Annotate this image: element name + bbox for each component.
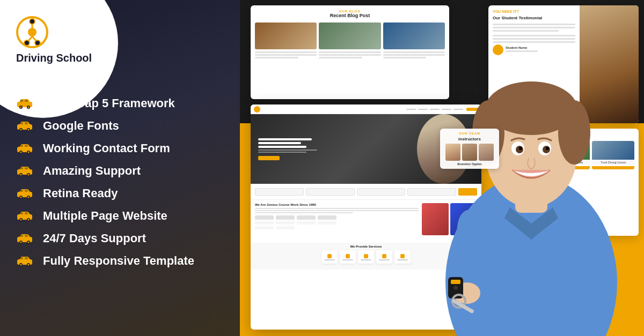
blog-image-2 bbox=[319, 23, 380, 49]
svg-rect-52 bbox=[25, 235, 28, 237]
car-icon bbox=[16, 121, 33, 131]
svg-rect-15 bbox=[17, 124, 32, 130]
blog-text-2 bbox=[319, 51, 380, 59]
svg-rect-37 bbox=[20, 190, 23, 192]
instructors-badge: OUR TEAM instructors Brandon Ogden bbox=[440, 129, 499, 169]
svg-rect-30 bbox=[20, 167, 23, 169]
feature-item-retina: Retina Ready bbox=[16, 186, 224, 200]
feature-label: 24/7 Days Support bbox=[43, 232, 146, 245]
features-list: Bootstrap 5 Framework Google Fonts bbox=[0, 80, 240, 279]
svg-rect-36 bbox=[17, 192, 32, 197]
svg-point-35 bbox=[28, 174, 30, 176]
svg-point-47 bbox=[20, 219, 22, 221]
svg-point-69 bbox=[558, 100, 590, 165]
mockup-hero-cta bbox=[258, 156, 280, 160]
svg-point-12 bbox=[20, 107, 22, 108]
svg-point-33 bbox=[20, 174, 22, 176]
svg-point-75 bbox=[546, 147, 549, 150]
feature-item-contact-form: Working Contact Form bbox=[16, 141, 224, 155]
svg-rect-9 bbox=[20, 100, 23, 102]
svg-point-63 bbox=[28, 264, 30, 266]
svg-point-26 bbox=[20, 152, 22, 153]
right-panel: OUR BLOG Recent Blog Post bbox=[240, 0, 644, 336]
car-icon bbox=[16, 211, 33, 221]
svg-rect-22 bbox=[17, 147, 32, 152]
svg-rect-79 bbox=[451, 280, 460, 284]
svg-rect-8 bbox=[17, 102, 32, 107]
svg-point-28 bbox=[28, 152, 30, 153]
testimonial-tag: YOU NEED IT? bbox=[493, 10, 575, 13]
service-icon-5 bbox=[394, 250, 411, 264]
instructor-avatars bbox=[445, 144, 494, 161]
hero-person-image bbox=[419, 25, 644, 336]
blog-header: OUR BLOG Recent Blog Post bbox=[251, 5, 449, 20]
instructors-title: instructors bbox=[445, 137, 494, 141]
svg-rect-31 bbox=[25, 167, 28, 169]
feature-item-multi-page: Multiple Page Website bbox=[16, 209, 224, 223]
svg-rect-50 bbox=[17, 237, 32, 242]
feature-item-247-support: 24/7 Days Support bbox=[16, 232, 224, 245]
svg-rect-16 bbox=[20, 122, 23, 124]
feature-label: Multiple Page Website bbox=[43, 209, 167, 223]
instructor-avatar-2 bbox=[462, 144, 477, 161]
car-icon bbox=[16, 188, 33, 199]
svg-point-5 bbox=[30, 19, 35, 24]
instructor-avatar-1 bbox=[445, 144, 460, 161]
feature-item-bootstrap: Bootstrap 5 Framework bbox=[16, 96, 224, 110]
car-icon bbox=[16, 233, 33, 244]
svg-rect-59 bbox=[25, 257, 28, 259]
svg-point-40 bbox=[20, 197, 22, 198]
svg-rect-29 bbox=[17, 169, 32, 175]
testimonial-title: Our Student Testimonial bbox=[493, 16, 575, 20]
feature-label: Bootstrap 5 Framework bbox=[43, 96, 175, 110]
svg-rect-44 bbox=[20, 212, 23, 214]
svg-rect-23 bbox=[20, 145, 23, 147]
svg-point-80 bbox=[453, 286, 458, 290]
blog-image-1 bbox=[255, 23, 317, 49]
logo-steering-wheel-icon bbox=[16, 16, 48, 48]
service-icon-2 bbox=[340, 250, 356, 264]
service-icon-3 bbox=[358, 250, 374, 264]
mockup-about-text: We Are Genius Course Work Since 1980 bbox=[255, 203, 419, 240]
car-icon bbox=[16, 256, 33, 266]
feature-label: Amazing Support bbox=[43, 164, 141, 178]
feature-item-support: Amazing Support bbox=[16, 164, 224, 178]
logo-area: Driving School bbox=[0, 0, 240, 70]
svg-point-56 bbox=[28, 242, 30, 243]
svg-rect-24 bbox=[25, 145, 28, 147]
svg-point-54 bbox=[20, 242, 22, 243]
svg-point-49 bbox=[28, 219, 30, 221]
svg-point-42 bbox=[28, 197, 30, 198]
svg-rect-58 bbox=[20, 257, 23, 259]
svg-point-21 bbox=[28, 129, 30, 131]
svg-point-1 bbox=[28, 28, 36, 36]
brand-name: Driving School bbox=[16, 51, 92, 64]
hero-person-svg bbox=[419, 25, 644, 336]
svg-rect-43 bbox=[17, 214, 32, 220]
svg-point-74 bbox=[519, 147, 522, 150]
svg-point-6 bbox=[24, 40, 30, 46]
instructor-name: Brandon Ogden bbox=[445, 162, 494, 166]
svg-point-19 bbox=[20, 129, 22, 131]
svg-point-14 bbox=[28, 107, 30, 108]
car-icon bbox=[16, 98, 33, 109]
service-icon-4 bbox=[376, 250, 392, 264]
mockup-nav-logo bbox=[254, 106, 260, 113]
service-icon-1 bbox=[321, 250, 338, 264]
blog-text-1 bbox=[255, 51, 317, 59]
car-icon bbox=[16, 166, 33, 176]
car-icon bbox=[16, 143, 33, 154]
svg-rect-51 bbox=[20, 235, 23, 237]
mockup-hero-text bbox=[258, 138, 317, 160]
svg-rect-10 bbox=[25, 100, 28, 102]
svg-rect-45 bbox=[25, 212, 28, 214]
feature-label: Retina Ready bbox=[43, 186, 118, 200]
left-panel: Driving School Bootstrap 5 Framework bbox=[0, 0, 240, 336]
svg-rect-57 bbox=[17, 259, 32, 265]
svg-point-7 bbox=[35, 40, 40, 46]
feature-label: Fully Responsive Template bbox=[43, 254, 194, 268]
feature-label: Working Contact Form bbox=[43, 141, 170, 155]
instructors-tag: OUR TEAM bbox=[445, 132, 494, 135]
svg-rect-17 bbox=[25, 122, 28, 124]
blog-title: Recent Blog Post bbox=[257, 13, 443, 18]
